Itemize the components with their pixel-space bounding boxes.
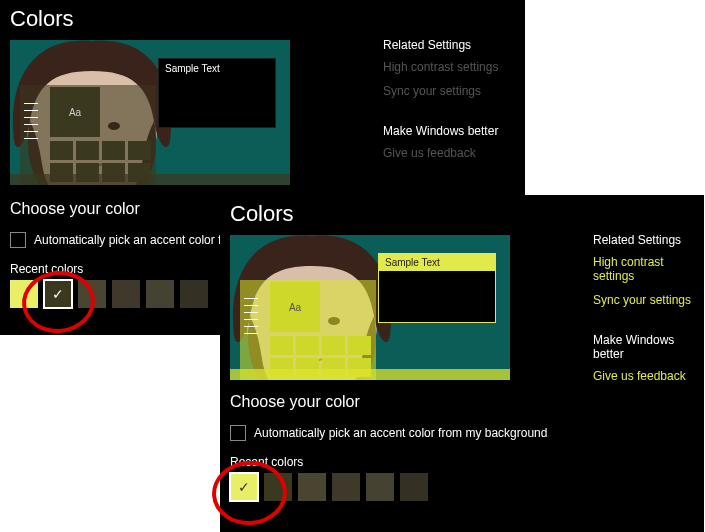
hamburger-lines-icon <box>24 97 38 145</box>
choose-heading: Choose your color <box>10 200 255 218</box>
page-title: Colors <box>220 195 704 235</box>
taskbar-mock <box>230 369 510 380</box>
sample-window: Sample Text <box>378 253 496 323</box>
link-high-contrast[interactable]: High contrast settings <box>383 60 498 74</box>
swatch-6[interactable] <box>180 280 208 308</box>
recent-swatches: ✓ <box>10 280 255 308</box>
sidebar-heading-2: Make Windows better <box>593 333 704 361</box>
aa-tile: Aa <box>50 87 100 137</box>
choose-heading: Choose your color <box>230 393 547 411</box>
checkbox-icon[interactable] <box>230 425 246 441</box>
recent-colors-label: Recent colors <box>10 262 255 276</box>
settings-panel-yellow: Colors Aa Sample Text Related Settings H… <box>220 195 704 532</box>
swatch-3[interactable] <box>78 280 106 308</box>
aa-tile: Aa <box>270 282 320 332</box>
link-feedback[interactable]: Give us feedback <box>383 146 498 160</box>
auto-pick-label: Automatically pick an accent color from … <box>254 426 547 440</box>
recent-colors-label: Recent colors <box>230 455 547 469</box>
check-icon: ✓ <box>230 473 258 501</box>
sample-window-title: Sample Text <box>159 59 275 78</box>
swatch-4[interactable] <box>332 473 360 501</box>
swatch-2[interactable] <box>264 473 292 501</box>
link-sync-settings[interactable]: Sync your settings <box>383 84 498 98</box>
color-preview: Aa Sample Text <box>230 235 510 380</box>
color-preview: Aa Sample Text <box>10 40 290 185</box>
recent-swatches: ✓ <box>230 473 547 501</box>
hamburger-lines-icon <box>244 292 258 340</box>
choose-color-section: Choose your color Automatically pick an … <box>230 393 547 501</box>
choose-color-section: Choose your color Automatically pick an … <box>10 200 255 308</box>
start-mock: Aa <box>20 85 156 185</box>
swatch-6[interactable] <box>400 473 428 501</box>
checkbox-icon[interactable] <box>10 232 26 248</box>
auto-pick-row[interactable]: Automatically pick an accent color from … <box>230 425 547 441</box>
sample-window: Sample Text <box>158 58 276 128</box>
sample-window-title: Sample Text <box>379 254 495 271</box>
swatch-5[interactable] <box>366 473 394 501</box>
auto-pick-row[interactable]: Automatically pick an accent color from … <box>10 232 255 248</box>
taskbar-mock <box>10 174 290 185</box>
swatch-selected-yellow[interactable]: ✓ <box>230 473 258 501</box>
link-feedback[interactable]: Give us feedback <box>593 369 704 383</box>
swatch-yellow[interactable] <box>10 280 38 308</box>
link-sync-settings[interactable]: Sync your settings <box>593 293 704 307</box>
start-mock: Aa <box>240 280 376 380</box>
swatch-3[interactable] <box>298 473 326 501</box>
swatch-5[interactable] <box>146 280 174 308</box>
related-sidebar: Related Settings High contrast settings … <box>383 38 498 170</box>
swatch-4[interactable] <box>112 280 140 308</box>
sidebar-heading: Related Settings <box>593 233 704 247</box>
sidebar-heading-2: Make Windows better <box>383 124 498 138</box>
page-title: Colors <box>0 0 525 40</box>
link-high-contrast[interactable]: High contrast settings <box>593 255 704 283</box>
check-icon: ✓ <box>44 280 72 308</box>
sidebar-heading: Related Settings <box>383 38 498 52</box>
swatch-selected-dark[interactable]: ✓ <box>44 280 72 308</box>
related-sidebar: Related Settings High contrast settings … <box>593 233 704 393</box>
